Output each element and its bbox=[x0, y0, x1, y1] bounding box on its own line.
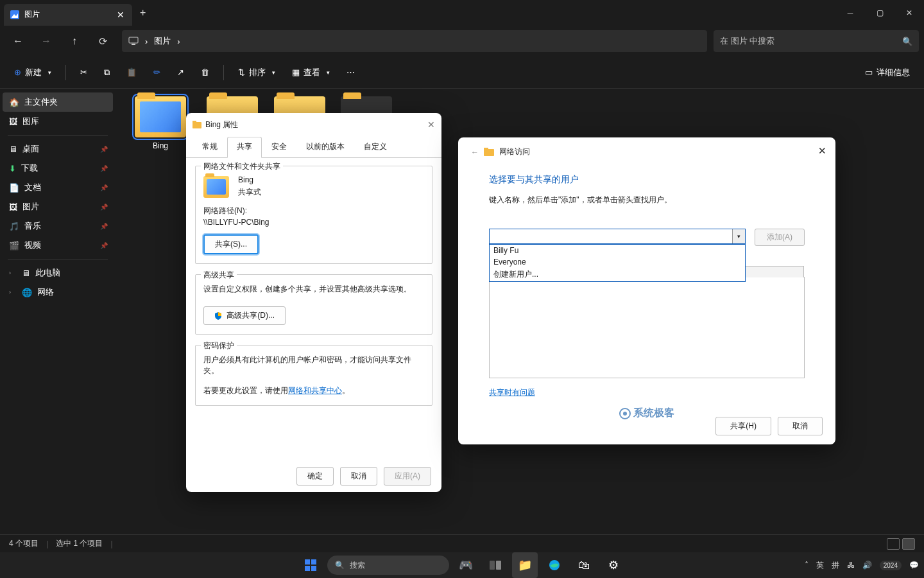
up-button[interactable]: ↑ bbox=[62, 30, 87, 53]
delete-button[interactable]: 🗑 bbox=[194, 64, 216, 81]
pin-icon: 📌 bbox=[100, 165, 108, 172]
svg-rect-6 bbox=[484, 149, 494, 156]
video-icon: 🎬 bbox=[9, 241, 19, 250]
dialog-close-button[interactable]: ✕ bbox=[818, 145, 826, 157]
shared-folder-name: Bing bbox=[238, 175, 261, 184]
cut-button[interactable]: ✂ bbox=[74, 64, 94, 81]
taskbar-edge[interactable] bbox=[542, 552, 567, 578]
network-path-value: \\BILLYFU-PC\Bing bbox=[203, 218, 424, 227]
ok-button[interactable]: 确定 bbox=[296, 467, 334, 486]
tray-volume-icon[interactable]: 🔊 bbox=[862, 561, 872, 570]
taskbar-search[interactable]: 🔍搜索 bbox=[327, 556, 449, 575]
tray-lang2[interactable]: 拼 bbox=[832, 560, 839, 571]
svg-rect-12 bbox=[305, 566, 310, 571]
new-tab-button[interactable]: + bbox=[140, 7, 146, 19]
back-button[interactable]: ← bbox=[471, 148, 479, 157]
tray-lang1[interactable]: 英 bbox=[816, 560, 824, 571]
sidebar-music[interactable]: 🎵音乐📌 bbox=[3, 216, 113, 236]
paste-button[interactable]: 📋 bbox=[120, 64, 143, 81]
grid-view-icon[interactable] bbox=[902, 538, 915, 550]
password-protect-line2: 若要更改此设置，请使用网络和共享中心。 bbox=[203, 385, 424, 396]
cancel-button[interactable]: 取消 bbox=[778, 417, 823, 435]
add-button[interactable]: 添加(A) bbox=[755, 229, 805, 246]
tab-close-icon[interactable]: ✕ bbox=[117, 10, 124, 20]
sidebar-downloads[interactable]: ⬇下载📌 bbox=[3, 159, 113, 178]
sidebar-videos[interactable]: 🎬视频📌 bbox=[3, 236, 113, 255]
sidebar-desktop[interactable]: 🖥桌面📌 bbox=[3, 139, 113, 159]
folder-icon bbox=[203, 176, 229, 198]
start-button[interactable] bbox=[298, 552, 323, 578]
svg-rect-2 bbox=[129, 37, 138, 43]
minimize-button[interactable]: ─ bbox=[835, 0, 865, 26]
svg-rect-5 bbox=[193, 121, 196, 123]
dropdown-arrow-button[interactable]: ▾ bbox=[732, 229, 745, 243]
breadcrumb-pictures[interactable]: 图片 bbox=[154, 35, 171, 47]
tray-network-icon[interactable]: 🖧 bbox=[847, 561, 855, 570]
advanced-share-button[interactable]: 高级共享(D)... bbox=[203, 306, 286, 325]
apply-button[interactable]: 应用(A) bbox=[384, 467, 431, 486]
shared-users-list[interactable] bbox=[489, 277, 805, 378]
tab-general[interactable]: 常规 bbox=[193, 137, 227, 158]
copy-button[interactable]: ⧉ bbox=[98, 64, 116, 82]
tab-share[interactable]: 共享 bbox=[227, 137, 262, 158]
back-button[interactable]: ← bbox=[5, 30, 31, 53]
tab-previous[interactable]: 以前的版本 bbox=[296, 137, 354, 158]
rename-button[interactable]: ✏ bbox=[147, 64, 167, 81]
tray-notification-icon[interactable]: 💬 bbox=[909, 561, 919, 570]
share-button[interactable]: ↗ bbox=[171, 64, 191, 81]
document-icon: 📄 bbox=[9, 183, 19, 193]
share-button[interactable]: 共享(S)... bbox=[203, 234, 259, 254]
details-button[interactable]: ▭详细信息 bbox=[859, 63, 916, 82]
advanced-share-desc: 设置自定义权限，创建多个共享，并设置其他高级共享选项。 bbox=[203, 284, 424, 295]
network-path-label: 网络路径(N): bbox=[203, 206, 424, 216]
user-combobox[interactable]: ▾ Billy Fu Everyone 创建新用户... bbox=[489, 229, 746, 244]
svg-rect-15 bbox=[496, 561, 501, 570]
sidebar-network[interactable]: ›🌐网络 bbox=[3, 283, 113, 302]
monitor-icon bbox=[128, 37, 139, 46]
close-button[interactable]: ✕ bbox=[894, 0, 924, 26]
more-button[interactable]: ⋯ bbox=[340, 64, 361, 81]
pictures-icon bbox=[10, 10, 19, 19]
tab-security[interactable]: 安全 bbox=[262, 137, 296, 158]
explorer-tab[interactable]: 图片 ✕ bbox=[4, 4, 132, 26]
folder-bing[interactable]: Bing bbox=[128, 96, 193, 150]
sidebar-home[interactable]: 🏠主文件夹 bbox=[3, 92, 113, 112]
pictures-icon: 🖼 bbox=[9, 202, 17, 212]
taskbar-store[interactable]: 🛍 bbox=[571, 552, 597, 578]
network-center-link[interactable]: 网络和共享中心 bbox=[288, 386, 342, 395]
taskbar-taskview[interactable] bbox=[483, 552, 508, 578]
password-protect-line1: 用户必须具有此计算机的用户帐户和密码，才能访问共享文件夹。 bbox=[203, 355, 424, 376]
sidebar-gallery[interactable]: 🖼图库 bbox=[3, 112, 113, 131]
taskbar-explorer[interactable]: 📁 bbox=[512, 552, 538, 578]
dialog-instruction: 键入名称，然后单击"添加"，或者单击箭头查找用户。 bbox=[489, 195, 805, 206]
tab-custom[interactable]: 自定义 bbox=[354, 137, 397, 158]
maximize-button[interactable]: ▢ bbox=[865, 0, 894, 26]
desktop-icon: 🖥 bbox=[9, 144, 17, 154]
forward-button[interactable]: → bbox=[33, 30, 59, 53]
dropdown-option[interactable]: Billy Fu bbox=[490, 245, 745, 256]
cancel-button[interactable]: 取消 bbox=[340, 467, 377, 486]
tray-chevron-icon[interactable]: ˄ bbox=[805, 561, 809, 570]
sidebar-documents[interactable]: 📄文档📌 bbox=[3, 178, 113, 197]
dropdown-option[interactable]: Everyone bbox=[490, 256, 745, 268]
taskbar-game-icon[interactable]: 🎮 bbox=[453, 552, 479, 578]
tray-year[interactable]: 2024 bbox=[880, 561, 902, 570]
sidebar-this-pc[interactable]: ›🖥此电脑 bbox=[3, 263, 113, 283]
taskbar-settings[interactable]: ⚙ bbox=[601, 552, 626, 578]
search-input[interactable]: 在 图片 中搜索 🔍 bbox=[714, 30, 919, 52]
list-view-icon[interactable] bbox=[887, 538, 900, 550]
svg-rect-11 bbox=[311, 559, 316, 565]
sharing-help-link[interactable]: 共享时有问题 bbox=[489, 388, 535, 397]
sidebar-pictures[interactable]: 🖼图片📌 bbox=[3, 197, 113, 216]
new-button[interactable]: ⊕新建▾ bbox=[8, 63, 58, 82]
dialog-close-button[interactable]: ✕ bbox=[427, 119, 435, 130]
user-input[interactable] bbox=[490, 229, 731, 243]
share-button[interactable]: 共享(H) bbox=[715, 417, 771, 435]
refresh-button[interactable]: ⟳ bbox=[90, 30, 116, 53]
sort-button[interactable]: ⇅排序▾ bbox=[232, 63, 282, 82]
address-bar[interactable]: › 图片 › bbox=[122, 30, 707, 52]
dropdown-option[interactable]: 创建新用户... bbox=[490, 268, 745, 281]
svg-rect-10 bbox=[305, 559, 310, 565]
view-button[interactable]: ▦查看▾ bbox=[286, 63, 336, 82]
share-icon: ↗ bbox=[177, 67, 184, 77]
